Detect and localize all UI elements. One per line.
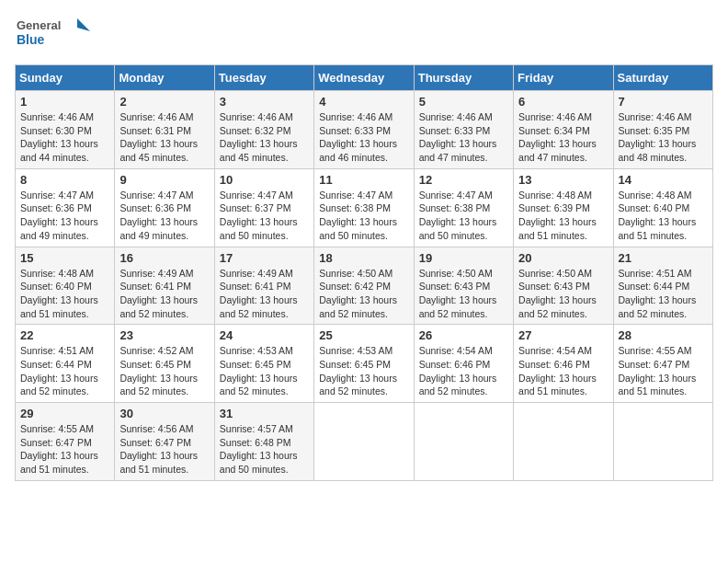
cell-content: Sunrise: 4:55 AM Sunset: 6:47 PM Dayligh… xyxy=(20,422,109,477)
day-number: 22 xyxy=(20,328,109,342)
cell-content: Sunrise: 4:47 AM Sunset: 6:37 PM Dayligh… xyxy=(220,189,309,243)
day-number: 18 xyxy=(319,251,408,265)
day-number: 15 xyxy=(20,251,109,265)
calendar-cell: 4 Sunrise: 4:46 AM Sunset: 6:33 PM Dayli… xyxy=(314,91,414,169)
calendar-cell: 31 Sunrise: 4:57 AM Sunset: 6:48 PM Dayl… xyxy=(214,403,313,481)
calendar-cell: 23 Sunrise: 4:52 AM Sunset: 6:45 PM Dayl… xyxy=(115,325,214,403)
col-header-thursday: Thursday xyxy=(414,65,513,91)
calendar-cell: 22 Sunrise: 4:51 AM Sunset: 6:44 PM Dayl… xyxy=(16,325,115,403)
day-number: 11 xyxy=(319,173,408,187)
cell-content: Sunrise: 4:47 AM Sunset: 6:36 PM Dayligh… xyxy=(20,189,109,243)
cell-content: Sunrise: 4:48 AM Sunset: 6:40 PM Dayligh… xyxy=(619,189,708,243)
calendar-cell: 9 Sunrise: 4:47 AM Sunset: 6:36 PM Dayli… xyxy=(115,168,214,247)
day-number: 23 xyxy=(119,328,209,342)
cell-content: Sunrise: 4:49 AM Sunset: 6:41 PM Dayligh… xyxy=(119,267,209,321)
calendar-cell: 11 Sunrise: 4:47 AM Sunset: 6:38 PM Dayl… xyxy=(314,168,414,247)
calendar-table: SundayMondayTuesdayWednesdayThursdayFrid… xyxy=(15,64,713,481)
svg-text:Blue: Blue xyxy=(17,32,45,47)
cell-content: Sunrise: 4:46 AM Sunset: 6:33 PM Dayligh… xyxy=(419,110,508,165)
cell-content: Sunrise: 4:46 AM Sunset: 6:35 PM Dayligh… xyxy=(619,110,708,165)
day-number: 29 xyxy=(20,407,109,420)
calendar-cell: 10 Sunrise: 4:47 AM Sunset: 6:37 PM Dayl… xyxy=(214,168,313,247)
cell-content: Sunrise: 4:54 AM Sunset: 6:46 PM Dayligh… xyxy=(518,344,608,398)
day-number: 6 xyxy=(518,95,608,109)
cell-content: Sunrise: 4:50 AM Sunset: 6:43 PM Dayligh… xyxy=(518,267,608,321)
calendar-cell: 24 Sunrise: 4:53 AM Sunset: 6:45 PM Dayl… xyxy=(214,325,313,403)
calendar-cell: 6 Sunrise: 4:46 AM Sunset: 6:34 PM Dayli… xyxy=(514,91,613,169)
calendar-cell: 5 Sunrise: 4:46 AM Sunset: 6:33 PM Dayli… xyxy=(414,91,513,169)
calendar-cell: 3 Sunrise: 4:46 AM Sunset: 6:32 PM Dayli… xyxy=(214,91,313,169)
day-number: 5 xyxy=(419,95,508,109)
svg-marker-2 xyxy=(77,18,90,31)
col-header-wednesday: Wednesday xyxy=(314,65,414,91)
calendar-cell: 17 Sunrise: 4:49 AM Sunset: 6:41 PM Dayl… xyxy=(214,247,313,325)
day-number: 10 xyxy=(220,173,309,187)
cell-content: Sunrise: 4:48 AM Sunset: 6:39 PM Dayligh… xyxy=(518,189,608,243)
calendar-week-row: 15 Sunrise: 4:48 AM Sunset: 6:40 PM Dayl… xyxy=(16,247,713,325)
day-number: 26 xyxy=(419,328,508,342)
calendar-cell xyxy=(314,403,414,481)
calendar-cell: 27 Sunrise: 4:54 AM Sunset: 6:46 PM Dayl… xyxy=(514,325,613,403)
cell-content: Sunrise: 4:46 AM Sunset: 6:31 PM Dayligh… xyxy=(119,110,209,165)
day-number: 27 xyxy=(518,328,608,342)
col-header-friday: Friday xyxy=(514,65,613,91)
day-number: 9 xyxy=(119,173,209,187)
day-number: 8 xyxy=(20,173,109,187)
cell-content: Sunrise: 4:57 AM Sunset: 6:48 PM Dayligh… xyxy=(220,422,309,477)
day-number: 13 xyxy=(518,173,608,187)
col-header-tuesday: Tuesday xyxy=(214,65,313,91)
calendar-week-row: 29 Sunrise: 4:55 AM Sunset: 6:47 PM Dayl… xyxy=(16,403,713,481)
day-number: 30 xyxy=(119,407,209,420)
col-header-monday: Monday xyxy=(115,65,214,91)
calendar-cell: 28 Sunrise: 4:55 AM Sunset: 6:47 PM Dayl… xyxy=(613,325,712,403)
page-header: General Blue xyxy=(15,15,713,55)
day-number: 2 xyxy=(119,95,209,109)
calendar-cell: 12 Sunrise: 4:47 AM Sunset: 6:38 PM Dayl… xyxy=(414,168,513,247)
cell-content: Sunrise: 4:55 AM Sunset: 6:47 PM Dayligh… xyxy=(619,344,708,398)
cell-content: Sunrise: 4:50 AM Sunset: 6:43 PM Dayligh… xyxy=(419,267,508,321)
day-number: 25 xyxy=(319,328,408,342)
day-number: 3 xyxy=(220,95,309,109)
cell-content: Sunrise: 4:53 AM Sunset: 6:45 PM Dayligh… xyxy=(319,344,408,398)
cell-content: Sunrise: 4:51 AM Sunset: 6:44 PM Dayligh… xyxy=(619,267,708,321)
calendar-cell: 18 Sunrise: 4:50 AM Sunset: 6:42 PM Dayl… xyxy=(314,247,414,325)
cell-content: Sunrise: 4:51 AM Sunset: 6:44 PM Dayligh… xyxy=(20,344,109,398)
day-number: 12 xyxy=(419,173,508,187)
calendar-cell xyxy=(414,403,513,481)
calendar-cell: 1 Sunrise: 4:46 AM Sunset: 6:30 PM Dayli… xyxy=(16,91,115,169)
cell-content: Sunrise: 4:53 AM Sunset: 6:45 PM Dayligh… xyxy=(220,344,309,398)
day-number: 1 xyxy=(20,95,109,109)
day-number: 4 xyxy=(319,95,408,109)
calendar-cell: 29 Sunrise: 4:55 AM Sunset: 6:47 PM Dayl… xyxy=(16,403,115,481)
day-number: 20 xyxy=(518,251,608,265)
calendar-cell: 13 Sunrise: 4:48 AM Sunset: 6:39 PM Dayl… xyxy=(514,168,613,247)
calendar-cell: 30 Sunrise: 4:56 AM Sunset: 6:47 PM Dayl… xyxy=(115,403,214,481)
calendar-cell: 26 Sunrise: 4:54 AM Sunset: 6:46 PM Dayl… xyxy=(414,325,513,403)
calendar-cell: 14 Sunrise: 4:48 AM Sunset: 6:40 PM Dayl… xyxy=(613,168,712,247)
cell-content: Sunrise: 4:50 AM Sunset: 6:42 PM Dayligh… xyxy=(319,267,408,321)
cell-content: Sunrise: 4:47 AM Sunset: 6:38 PM Dayligh… xyxy=(419,189,508,243)
cell-content: Sunrise: 4:46 AM Sunset: 6:30 PM Dayligh… xyxy=(20,110,109,165)
calendar-cell xyxy=(514,403,613,481)
day-number: 31 xyxy=(220,407,309,420)
cell-content: Sunrise: 4:48 AM Sunset: 6:40 PM Dayligh… xyxy=(20,267,109,321)
svg-text:General: General xyxy=(17,18,61,32)
calendar-week-row: 1 Sunrise: 4:46 AM Sunset: 6:30 PM Dayli… xyxy=(16,91,713,169)
cell-content: Sunrise: 4:46 AM Sunset: 6:32 PM Dayligh… xyxy=(220,110,309,165)
cell-content: Sunrise: 4:46 AM Sunset: 6:34 PM Dayligh… xyxy=(518,110,608,165)
calendar-cell: 2 Sunrise: 4:46 AM Sunset: 6:31 PM Dayli… xyxy=(115,91,214,169)
calendar-cell xyxy=(613,403,712,481)
day-number: 28 xyxy=(619,328,708,342)
calendar-cell: 8 Sunrise: 4:47 AM Sunset: 6:36 PM Dayli… xyxy=(16,168,115,247)
day-number: 19 xyxy=(419,251,508,265)
calendar-cell: 7 Sunrise: 4:46 AM Sunset: 6:35 PM Dayli… xyxy=(613,91,712,169)
cell-content: Sunrise: 4:47 AM Sunset: 6:36 PM Dayligh… xyxy=(119,189,209,243)
calendar-cell: 20 Sunrise: 4:50 AM Sunset: 6:43 PM Dayl… xyxy=(514,247,613,325)
day-number: 21 xyxy=(619,251,708,265)
day-number: 16 xyxy=(119,251,209,265)
col-header-sunday: Sunday xyxy=(16,65,115,91)
col-header-saturday: Saturday xyxy=(613,65,712,91)
cell-content: Sunrise: 4:49 AM Sunset: 6:41 PM Dayligh… xyxy=(220,267,309,321)
day-number: 14 xyxy=(619,173,708,187)
logo-svg: General Blue xyxy=(15,15,97,55)
